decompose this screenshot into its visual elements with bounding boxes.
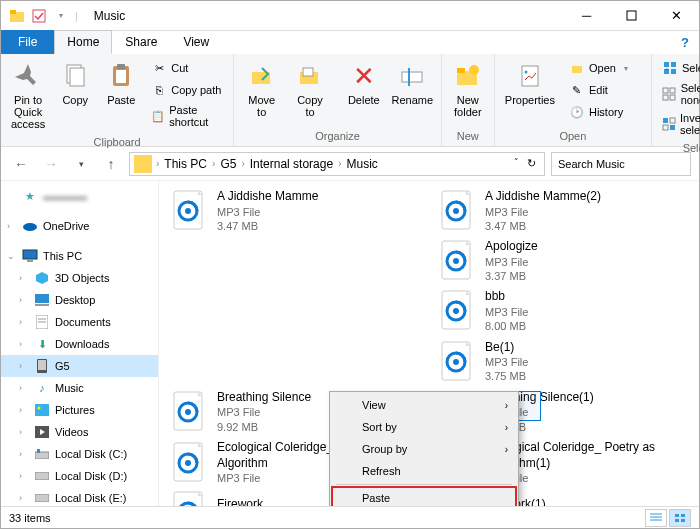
file-item[interactable]: ApologizeMP3 File3.37 MB	[433, 237, 693, 285]
folder-icon	[134, 155, 152, 173]
svg-rect-28	[663, 118, 668, 123]
tab-view[interactable]: View	[170, 30, 222, 54]
context-menu: View› Sort by› Group by› Refresh Paste P…	[329, 391, 519, 506]
cut-button[interactable]: ✂Cut	[147, 58, 227, 78]
selectnone-icon	[662, 86, 677, 102]
up-button[interactable]: ↑	[99, 152, 123, 176]
tab-share[interactable]: Share	[112, 30, 170, 54]
file-item[interactable]: A Jiddishe Mamme(2)MP3 File3.47 MB	[433, 187, 693, 235]
forward-button[interactable]: →	[39, 152, 63, 176]
paste-button[interactable]: Paste	[99, 56, 143, 110]
sidebar-item-onedrive[interactable]: ›OneDrive	[1, 215, 158, 237]
search-input[interactable]: Search Music	[551, 152, 691, 176]
file-item[interactable]: Be(1)MP3 File3.75 MB	[433, 338, 693, 386]
sidebar-item-documents[interactable]: ›Documents	[1, 311, 158, 333]
svg-rect-1	[10, 10, 16, 14]
sidebar-item-desktop[interactable]: ›Desktop	[1, 289, 158, 311]
sidebar-item-music[interactable]: ›♪Music	[1, 377, 158, 399]
copy-path-button[interactable]: ⎘Copy path	[147, 80, 227, 100]
sidebar-item-local-c[interactable]: ›Local Disk (C:)	[1, 443, 158, 465]
properties-button[interactable]: Properties	[499, 56, 561, 110]
file-size: 3.47 MB	[485, 219, 601, 233]
recent-dropdown[interactable]: ▾	[69, 152, 93, 176]
documents-icon	[34, 314, 50, 330]
mp3-file-icon	[167, 391, 209, 433]
organize-group-label: Organize	[238, 128, 437, 144]
help-icon[interactable]: ?	[671, 31, 699, 54]
chevron-down-icon[interactable]: ▾	[53, 8, 69, 24]
tab-home[interactable]: Home	[54, 30, 112, 54]
new-folder-button[interactable]: New folder	[446, 56, 490, 122]
ctx-refresh[interactable]: Refresh	[332, 460, 516, 482]
minimize-button[interactable]: ─	[564, 1, 609, 30]
sidebar-item-quick-access[interactable]: ★▬▬▬▬	[1, 185, 158, 207]
file-list[interactable]: A Jiddishe MammeMP3 File3.47 MBA Jiddish…	[159, 181, 699, 506]
history-button[interactable]: 🕑History	[565, 102, 645, 122]
svg-rect-43	[35, 404, 49, 416]
tab-file[interactable]: File	[1, 30, 54, 54]
open-button[interactable]: Open▾	[565, 58, 645, 78]
svg-point-57	[453, 208, 459, 214]
svg-point-54	[185, 208, 191, 214]
sidebar-item-downloads[interactable]: ›⬇Downloads	[1, 333, 158, 355]
sidebar-item-g5[interactable]: ›G5	[1, 355, 158, 377]
sidebar-item-videos[interactable]: ›Videos	[1, 421, 158, 443]
close-button[interactable]: ✕	[654, 1, 699, 30]
sidebar-item-local-d[interactable]: ›Local Disk (D:)	[1, 465, 158, 487]
file-item[interactable]: A Jiddishe MammeMP3 File3.47 MB	[165, 187, 425, 235]
mp3-file-icon	[167, 190, 209, 232]
copy-button[interactable]: Copy	[53, 56, 97, 110]
file-type: MP3 File	[485, 205, 601, 219]
ribbon: Pin to Quick access Copy Paste ✂Cut ⎘Cop…	[1, 54, 699, 147]
breadcrumb[interactable]: › This PC› G5› Internal storage› Music ˅…	[129, 152, 545, 176]
copy-to-button[interactable]: Copy to	[287, 56, 333, 122]
invert-icon	[662, 116, 676, 132]
ctx-sort-by[interactable]: Sort by›	[332, 416, 516, 438]
svg-rect-47	[37, 449, 40, 453]
svg-rect-90	[675, 519, 679, 522]
refresh-icon[interactable]: ↻	[527, 157, 536, 170]
drive-icon	[34, 468, 50, 484]
ctx-group-by[interactable]: Group by›	[332, 438, 516, 460]
rename-button[interactable]: Rename	[388, 56, 437, 110]
pin-quick-access-button[interactable]: Pin to Quick access	[5, 56, 51, 134]
item-count: 33 items	[9, 512, 51, 524]
svg-rect-8	[117, 64, 125, 69]
file-type: MP3 File	[485, 255, 538, 269]
folder-icon	[9, 8, 25, 24]
collapse-ribbon-icon[interactable]: ˆ	[657, 63, 677, 83]
music-icon: ♪	[34, 380, 50, 396]
invert-selection-button[interactable]: Invert selection	[658, 110, 700, 138]
dropdown-icon[interactable]: ˅	[514, 157, 519, 170]
svg-rect-2	[33, 10, 45, 22]
checkbox-icon[interactable]	[31, 8, 47, 24]
back-button[interactable]: ←	[9, 152, 33, 176]
file-size: 3.47 MB	[217, 219, 318, 233]
ctx-view[interactable]: View›	[332, 394, 516, 416]
details-view-button[interactable]	[645, 509, 667, 527]
paste-shortcut-button[interactable]: 📋Paste shortcut	[147, 102, 227, 130]
ctx-paste[interactable]: Paste	[332, 487, 516, 506]
file-size: 8.00 MB	[485, 319, 528, 333]
address-bar: ← → ▾ ↑ › This PC› G5› Internal storage›…	[1, 147, 699, 181]
svg-point-63	[453, 308, 459, 314]
icons-view-button[interactable]	[669, 509, 691, 527]
shortcut-icon: 📋	[151, 108, 165, 124]
maximize-button[interactable]	[609, 1, 654, 30]
svg-rect-3	[627, 11, 636, 20]
sidebar-item-pictures[interactable]: ›Pictures	[1, 399, 158, 421]
sidebar-item-thispc[interactable]: ⌄This PC	[1, 245, 158, 267]
sidebar-item-3dobjects[interactable]: ›3D Objects	[1, 267, 158, 289]
delete-button[interactable]: ✕Delete	[342, 56, 386, 110]
select-none-button[interactable]: Select none	[658, 80, 700, 108]
svg-point-18	[524, 71, 527, 74]
videos-icon	[34, 424, 50, 440]
move-to-button[interactable]: Move to	[238, 56, 285, 122]
file-item[interactable]: bbbMP3 File8.00 MB	[433, 287, 693, 335]
sidebar-item-local-e[interactable]: ›Local Disk (E:)	[1, 487, 158, 506]
svg-rect-27	[670, 95, 675, 100]
edit-button[interactable]: ✎Edit	[565, 80, 645, 100]
pictures-icon	[34, 402, 50, 418]
mp3-file-icon	[435, 341, 477, 383]
file-name: bbb	[485, 289, 528, 305]
